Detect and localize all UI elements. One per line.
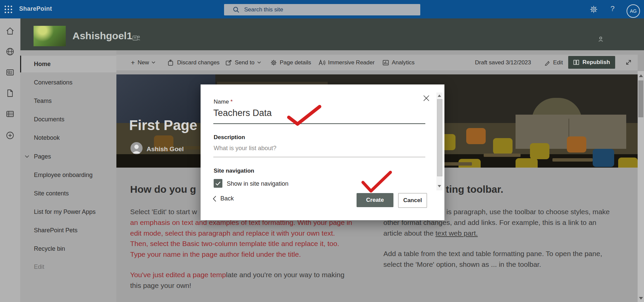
immersive-reader-button[interactable]: Immersive Reader	[318, 55, 375, 70]
account-avatar[interactable]: AG	[627, 4, 640, 18]
body-line-red: edit mode, select this paragraph and rep…	[130, 229, 335, 237]
republish-button[interactable]: Republish	[568, 56, 615, 69]
selection-indicator	[20, 56, 21, 72]
back-button[interactable]: Back	[213, 195, 234, 202]
left-column-heading: How do you g	[130, 184, 196, 195]
sidebar-item-edit[interactable]: Edit	[20, 258, 116, 275]
discard-icon	[168, 59, 174, 66]
right-column-heading-fragment: ting toolbar.	[446, 184, 503, 195]
sidebar-item-notebook[interactable]: Notebook	[20, 129, 116, 146]
expand-icon[interactable]	[625, 59, 632, 66]
sidebar-item-documents[interactable]: Documents	[20, 111, 116, 128]
suite-bar: SharePoint Search this site ? AG	[0, 0, 644, 18]
name-label: Name *	[214, 99, 233, 105]
send-to-button[interactable]: Send to	[225, 55, 261, 70]
chair-shape	[530, 143, 549, 159]
show-in-site-navigation-checkbox[interactable]	[214, 179, 222, 188]
home-icon[interactable]	[6, 27, 14, 36]
body-line: is paragraph, use the toolbar to choose …	[446, 208, 610, 216]
text-web-part-link[interactable]: text web part.	[435, 229, 478, 237]
sidebar-item-sharepoint-pets[interactable]: SharePoint Pets	[20, 222, 116, 239]
search-icon	[233, 6, 239, 13]
settings-gear-icon[interactable]	[590, 5, 598, 13]
plus-icon: +	[131, 59, 135, 67]
red-checkmark-annotation	[361, 170, 393, 194]
check-icon	[215, 181, 221, 186]
description-label: Description	[214, 134, 245, 141]
description-underline	[213, 157, 425, 157]
sidebar-item-employee-onboarding[interactable]: Employee onboarding	[20, 167, 116, 183]
chair-shape	[593, 149, 614, 167]
chair-shape	[567, 136, 586, 153]
sidebar-item-teams[interactable]: Teams	[20, 93, 116, 109]
sidebar-item-site-contents[interactable]: Site contents	[20, 185, 116, 202]
add-circle-icon[interactable]	[6, 131, 14, 140]
sidebar-item-recycle-bin[interactable]: Recycle bin	[20, 240, 116, 257]
brand-title[interactable]: SharePoint	[19, 5, 52, 12]
scroll-up-arrow[interactable]	[639, 74, 643, 77]
gear-icon	[270, 59, 277, 66]
body-line-with-link: article about the text web part.	[383, 229, 478, 237]
analytics-button[interactable]: Analytics	[382, 55, 415, 70]
dialog-scroll-down-arrow[interactable]	[438, 185, 441, 187]
body-line: Add a table from the text and table form…	[383, 250, 602, 258]
chevron-down-icon	[257, 61, 261, 64]
chair-shape	[493, 138, 513, 154]
chair-shape	[516, 158, 538, 168]
site-navigation-label: Site navigation	[214, 168, 254, 174]
checkbox-label[interactable]: Show in site navigation	[227, 180, 288, 187]
sidebar-item-pages[interactable]: Pages	[20, 148, 116, 165]
desk-shape	[552, 158, 593, 162]
author-name[interactable]: Ashish Goel	[147, 145, 184, 153]
body-line: this page your own!	[130, 282, 191, 290]
app-bar	[0, 18, 20, 302]
analytics-icon	[382, 59, 389, 66]
page-scrollbar-thumb[interactable]	[638, 80, 643, 117]
edit-button[interactable]: Edit	[544, 55, 563, 70]
news-icon[interactable]	[6, 68, 14, 77]
site-logo[interactable]	[34, 26, 66, 46]
red-checkmark-annotation	[286, 104, 323, 126]
site-title[interactable]: Ashishgoel1	[72, 30, 132, 42]
name-input[interactable]: Teachers Data	[213, 108, 272, 118]
list-icon[interactable]	[6, 110, 14, 118]
scroll-down-arrow[interactable]	[639, 297, 643, 300]
page-details-button[interactable]: Page details	[270, 55, 311, 70]
site-header: Ashishgoel1 Private group ★ Following 1 …	[20, 18, 644, 50]
chevron-down-icon[interactable]	[25, 155, 29, 158]
body-line: select the 'More' option, shown as ... i…	[383, 260, 541, 268]
sidebar-item-list-for-power-apps[interactable]: List for my Power Apps	[20, 203, 116, 220]
page-title: First Page	[129, 117, 197, 133]
cabinet-seam	[569, 119, 569, 139]
search-placeholder: Search this site	[244, 6, 283, 13]
help-icon[interactable]: ?	[610, 4, 614, 13]
new-button[interactable]: + New	[131, 55, 155, 70]
sharepoint-page: SharePoint Search this site ? AG Ashishg…	[0, 0, 644, 302]
teams-icon	[132, 35, 141, 42]
sidebar-item-home[interactable]: Home	[20, 56, 116, 72]
body-line-mixed: You've just edited a page template and y…	[130, 271, 344, 279]
author-avatar[interactable]	[130, 142, 143, 154]
cancel-button[interactable]: Cancel	[398, 193, 427, 208]
dialog-scrollbar-thumb[interactable]	[437, 99, 442, 176]
discard-changes-button[interactable]: Discard changes	[168, 55, 220, 70]
pencil-icon	[544, 60, 550, 66]
command-bar: + New Discard changes Send to	[116, 55, 638, 70]
chair-shape	[618, 158, 638, 168]
draft-status: Draft saved 3/12/2023	[475, 55, 531, 70]
app-launcher-waffle-icon[interactable]	[4, 5, 13, 14]
close-icon[interactable]	[423, 95, 430, 102]
description-input[interactable]: What is your list about?	[214, 145, 276, 152]
person-icon	[130, 142, 143, 154]
immersive-reader-icon	[318, 59, 325, 66]
sidebar-item-conversations[interactable]: Conversations	[20, 74, 116, 91]
globe-icon[interactable]	[6, 47, 14, 56]
create-button[interactable]: Create	[357, 193, 393, 207]
body-line-red: Type your name in the page author field …	[130, 250, 301, 258]
dialog-scroll-up-arrow[interactable]	[438, 95, 441, 97]
search-input[interactable]: Search this site	[224, 4, 420, 15]
send-icon	[225, 59, 232, 66]
chevron-left-icon	[213, 195, 216, 202]
document-icon[interactable]	[6, 89, 14, 98]
book-icon	[573, 60, 579, 65]
